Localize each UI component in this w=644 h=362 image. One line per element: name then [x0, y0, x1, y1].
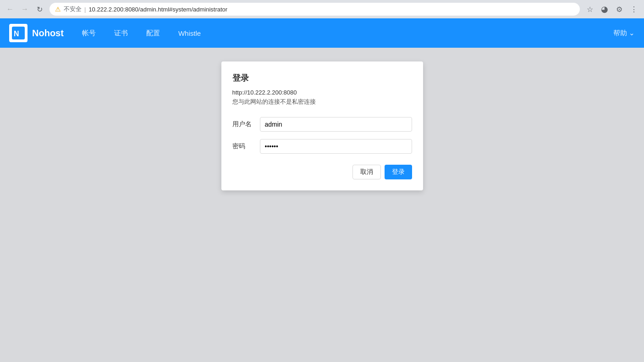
- logo-text: Nohost: [32, 28, 64, 39]
- dialog-title: 登录: [232, 72, 412, 84]
- dialog-url: http://10.222.2.200:8080: [232, 89, 412, 96]
- logo-area: N Nohost: [9, 24, 64, 42]
- svg-text:N: N: [14, 30, 19, 38]
- menu-button[interactable]: ⋮: [627, 3, 640, 16]
- page-content: 登录 http://10.222.2.200:8080 您与此网站的连接不是私密…: [0, 48, 644, 362]
- browser-actions: ☆ ◕ ⚙ ⋮: [583, 3, 640, 16]
- password-label: 密码: [232, 142, 260, 150]
- password-input[interactable]: [260, 139, 412, 154]
- security-label: 不安全: [64, 5, 82, 13]
- login-button[interactable]: 登录: [385, 165, 412, 179]
- password-row: 密码: [232, 139, 412, 154]
- profile-circle[interactable]: ◕: [598, 3, 611, 16]
- app-navbar: N Nohost 帐号 证书 配置 Whistle 帮助 ⌄: [0, 18, 644, 48]
- nav-right: 帮助 ⌄: [613, 29, 635, 38]
- back-button[interactable]: ←: [4, 3, 17, 16]
- nav-item-whistle[interactable]: Whistle: [169, 18, 210, 48]
- help-button[interactable]: 帮助 ⌄: [613, 29, 635, 38]
- dialog-overlay: 登录 http://10.222.2.200:8080 您与此网站的连接不是私密…: [0, 48, 644, 362]
- nav-item-cert[interactable]: 证书: [105, 18, 137, 48]
- login-dialog: 登录 http://10.222.2.200:8080 您与此网站的连接不是私密…: [221, 61, 423, 190]
- username-row: 用户名: [232, 117, 412, 132]
- chevron-down-icon: ⌄: [629, 29, 635, 37]
- dialog-footer: 取消 登录: [232, 165, 412, 179]
- reload-button[interactable]: ↻: [33, 3, 46, 16]
- browser-chrome: ← → ↻ ⚠ 不安全 | 10.222.2.200:8080/admin.ht…: [0, 0, 644, 18]
- nav-buttons: ← → ↻: [4, 3, 46, 16]
- logo-icon: N: [9, 24, 28, 42]
- extensions-button[interactable]: ⚙: [613, 3, 626, 16]
- dialog-warning: 您与此网站的连接不是私密连接: [232, 98, 412, 106]
- username-input[interactable]: [260, 117, 412, 132]
- forward-button[interactable]: →: [18, 3, 31, 16]
- separator: |: [84, 6, 86, 13]
- bookmark-button[interactable]: ☆: [583, 3, 596, 16]
- security-icon: ⚠: [55, 6, 61, 13]
- nav-item-config[interactable]: 配置: [137, 18, 169, 48]
- username-label: 用户名: [232, 120, 260, 128]
- cancel-button[interactable]: 取消: [352, 165, 381, 179]
- url-display: 10.222.2.200:8080/admin.html#system/admi…: [88, 6, 227, 13]
- nav-item-account[interactable]: 帐号: [73, 18, 105, 48]
- address-bar[interactable]: ⚠ 不安全 | 10.222.2.200:8080/admin.html#sys…: [50, 3, 580, 16]
